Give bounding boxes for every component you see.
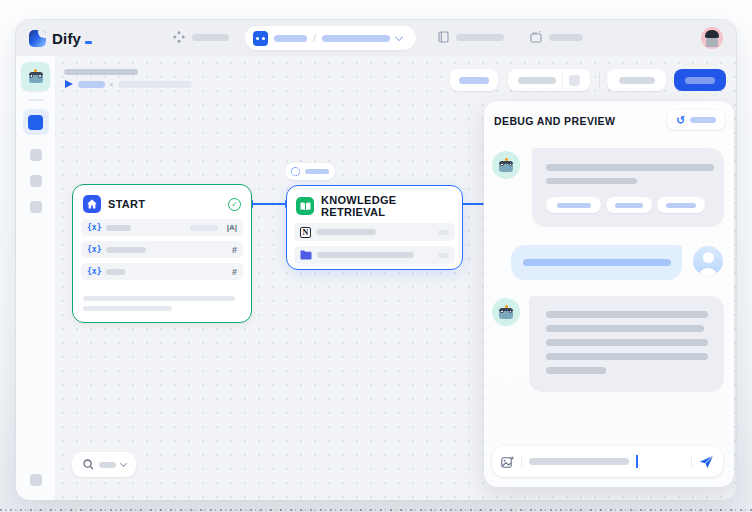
nav-plugins[interactable]	[530, 31, 583, 43]
suggestion-label-skeleton	[615, 203, 643, 208]
run-meta-skeleton	[118, 81, 192, 88]
plugin-box-icon	[530, 31, 542, 43]
nav-plugins-label-skeleton	[549, 34, 583, 41]
variable-value-skeleton	[190, 225, 218, 231]
app-window: Dify /	[16, 20, 736, 500]
nav-docs-label-skeleton	[456, 34, 504, 41]
user-avatar[interactable]	[701, 27, 723, 49]
history-icon[interactable]	[569, 75, 580, 86]
suggestion-label-skeleton	[666, 203, 696, 208]
robot-icon	[28, 69, 44, 84]
app-title-skeleton	[64, 69, 138, 75]
message-line-skeleton	[546, 367, 606, 374]
suggested-question-button[interactable]	[606, 197, 652, 213]
run-history-split-button[interactable]	[508, 69, 590, 91]
message-line-skeleton	[546, 353, 708, 360]
success-check-icon: ✓	[228, 198, 241, 211]
chevron-down-icon	[119, 459, 126, 466]
sidebar-app-icon[interactable]	[21, 62, 50, 91]
number-type-icon: #	[232, 245, 237, 255]
image-upload-icon[interactable]	[501, 456, 514, 468]
restart-label-skeleton	[690, 117, 716, 123]
bot-avatar	[492, 151, 520, 179]
dot-separator	[110, 83, 113, 86]
screenshot-root: Dify /	[0, 0, 752, 512]
apps-grid-icon	[173, 31, 185, 43]
sidebar-item-settings[interactable]	[30, 474, 42, 486]
top-header: Dify /	[16, 20, 736, 56]
dify-logo[interactable]: Dify	[29, 27, 92, 49]
input-text-skeleton	[529, 458, 629, 465]
split-divider	[562, 69, 563, 91]
text-caret	[636, 455, 638, 468]
start-node[interactable]: START ✓ {x} |A| {x} # {x} #	[72, 184, 252, 323]
start-node-header: START ✓	[73, 185, 251, 219]
sidebar-item-workflow-active[interactable]	[23, 109, 49, 135]
blocks-icon	[28, 115, 43, 130]
dify-logo-icon	[29, 30, 46, 47]
bot-message-bubble	[529, 296, 724, 392]
avatar-hair	[705, 30, 719, 38]
node-desc-skeleton	[83, 296, 235, 301]
chevron-down-icon	[395, 32, 403, 40]
folder-icon	[300, 250, 312, 260]
string-type-icon: |A|	[227, 223, 237, 232]
edge-start-to-knowledge	[252, 203, 286, 205]
knowledge-source-row-folder[interactable]	[294, 246, 455, 264]
preview-label-skeleton	[619, 77, 655, 84]
message-line-skeleton	[546, 325, 704, 332]
book-icon	[438, 31, 449, 43]
notion-icon: N	[300, 227, 311, 238]
nav-docs[interactable]	[438, 31, 504, 43]
suggested-question-button[interactable]	[546, 197, 601, 213]
publish-button[interactable]	[674, 69, 726, 91]
bot-message-bubble	[532, 148, 724, 227]
app-breadcrumb-pill[interactable]: /	[245, 26, 416, 50]
preview-button[interactable]	[607, 69, 666, 91]
sidebar-item-2[interactable]	[30, 149, 42, 161]
loading-spinner-icon	[291, 167, 300, 176]
message-line-skeleton	[546, 311, 708, 318]
chat-input-bar[interactable]	[492, 446, 723, 477]
send-icon[interactable]	[699, 455, 714, 469]
start-variable-row[interactable]: {x} #	[81, 241, 243, 258]
features-label-skeleton	[459, 77, 489, 84]
open-book-icon	[296, 197, 314, 215]
bot-avatar	[492, 298, 520, 326]
start-node-title: START	[108, 198, 145, 210]
input-divider	[521, 455, 522, 468]
number-type-icon: #	[232, 267, 237, 277]
robot-icon	[498, 158, 514, 173]
variable-name-skeleton	[106, 247, 146, 253]
suggestion-label-skeleton	[557, 203, 591, 208]
knowledge-retrieval-node[interactable]: KNOWLEDGE RETRIEVAL N	[286, 185, 463, 270]
zoom-value-skeleton	[99, 462, 116, 468]
run-play-icon[interactable]	[65, 80, 73, 88]
start-variable-row[interactable]: {x} #	[81, 263, 243, 280]
message-line-skeleton	[546, 178, 637, 185]
breadcrumb-separator: /	[313, 33, 316, 44]
message-line-skeleton	[546, 164, 714, 171]
sidebar-divider	[28, 99, 44, 101]
nav-explore[interactable]	[173, 31, 229, 43]
knowledge-source-row-notion[interactable]: N	[294, 223, 455, 241]
features-button[interactable]	[450, 69, 498, 91]
home-icon	[83, 195, 101, 213]
zoom-control[interactable]	[72, 452, 136, 477]
left-sidebar	[16, 56, 56, 500]
last-run-row	[65, 80, 192, 88]
robot-icon	[498, 305, 514, 320]
start-variable-row[interactable]: {x} |A|	[81, 219, 243, 236]
variable-name-skeleton	[106, 269, 125, 275]
restart-button[interactable]: ↺	[667, 110, 725, 130]
restart-icon: ↺	[676, 115, 685, 126]
logo-underscore	[85, 41, 92, 44]
app-name-skeleton	[322, 35, 390, 42]
suggested-question-button[interactable]	[657, 197, 705, 213]
sidebar-item-4[interactable]	[30, 201, 42, 213]
node-desc-skeleton	[83, 306, 172, 311]
edge-knowledge-out	[463, 203, 486, 205]
logo-text: Dify	[52, 30, 81, 47]
sidebar-item-3[interactable]	[30, 175, 42, 187]
variable-name-skeleton	[106, 225, 131, 231]
